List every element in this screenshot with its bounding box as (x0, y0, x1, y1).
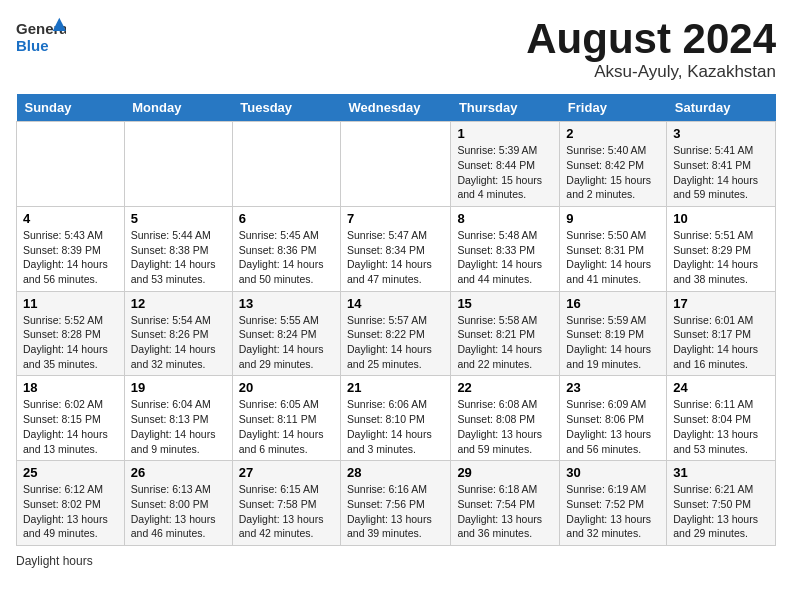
day-number: 16 (566, 296, 660, 311)
calendar-cell: 13Sunrise: 5:55 AM Sunset: 8:24 PM Dayli… (232, 291, 340, 376)
day-number: 26 (131, 465, 226, 480)
calendar-cell: 10Sunrise: 5:51 AM Sunset: 8:29 PM Dayli… (667, 206, 776, 291)
day-info: Sunrise: 6:11 AM Sunset: 8:04 PM Dayligh… (673, 397, 769, 456)
calendar-cell (341, 122, 451, 207)
day-info: Sunrise: 5:47 AM Sunset: 8:34 PM Dayligh… (347, 228, 444, 287)
day-info: Sunrise: 5:51 AM Sunset: 8:29 PM Dayligh… (673, 228, 769, 287)
day-number: 28 (347, 465, 444, 480)
day-number: 4 (23, 211, 118, 226)
calendar-cell: 7Sunrise: 5:47 AM Sunset: 8:34 PM Daylig… (341, 206, 451, 291)
calendar-week-row: 18Sunrise: 6:02 AM Sunset: 8:15 PM Dayli… (17, 376, 776, 461)
calendar-cell: 9Sunrise: 5:50 AM Sunset: 8:31 PM Daylig… (560, 206, 667, 291)
day-info: Sunrise: 5:39 AM Sunset: 8:44 PM Dayligh… (457, 143, 553, 202)
day-number: 14 (347, 296, 444, 311)
calendar-header-row: SundayMondayTuesdayWednesdayThursdayFrid… (17, 94, 776, 122)
day-of-week-header: Sunday (17, 94, 125, 122)
day-number: 7 (347, 211, 444, 226)
day-info: Sunrise: 5:58 AM Sunset: 8:21 PM Dayligh… (457, 313, 553, 372)
day-number: 1 (457, 126, 553, 141)
day-info: Sunrise: 6:18 AM Sunset: 7:54 PM Dayligh… (457, 482, 553, 541)
day-number: 9 (566, 211, 660, 226)
day-info: Sunrise: 5:57 AM Sunset: 8:22 PM Dayligh… (347, 313, 444, 372)
calendar-cell: 16Sunrise: 5:59 AM Sunset: 8:19 PM Dayli… (560, 291, 667, 376)
day-number: 30 (566, 465, 660, 480)
day-number: 23 (566, 380, 660, 395)
page-header: General Blue August 2024 Aksu-Ayuly, Kaz… (16, 16, 776, 82)
day-number: 20 (239, 380, 334, 395)
day-info: Sunrise: 5:50 AM Sunset: 8:31 PM Dayligh… (566, 228, 660, 287)
day-info: Sunrise: 5:40 AM Sunset: 8:42 PM Dayligh… (566, 143, 660, 202)
logo: General Blue (16, 16, 66, 56)
day-info: Sunrise: 5:48 AM Sunset: 8:33 PM Dayligh… (457, 228, 553, 287)
day-info: Sunrise: 6:08 AM Sunset: 8:08 PM Dayligh… (457, 397, 553, 456)
calendar-cell: 31Sunrise: 6:21 AM Sunset: 7:50 PM Dayli… (667, 461, 776, 546)
calendar-cell: 19Sunrise: 6:04 AM Sunset: 8:13 PM Dayli… (124, 376, 232, 461)
calendar-cell: 12Sunrise: 5:54 AM Sunset: 8:26 PM Dayli… (124, 291, 232, 376)
day-info: Sunrise: 5:52 AM Sunset: 8:28 PM Dayligh… (23, 313, 118, 372)
day-info: Sunrise: 6:06 AM Sunset: 8:10 PM Dayligh… (347, 397, 444, 456)
day-info: Sunrise: 6:05 AM Sunset: 8:11 PM Dayligh… (239, 397, 334, 456)
calendar-cell: 3Sunrise: 5:41 AM Sunset: 8:41 PM Daylig… (667, 122, 776, 207)
calendar-cell: 26Sunrise: 6:13 AM Sunset: 8:00 PM Dayli… (124, 461, 232, 546)
calendar-cell: 23Sunrise: 6:09 AM Sunset: 8:06 PM Dayli… (560, 376, 667, 461)
day-info: Sunrise: 6:13 AM Sunset: 8:00 PM Dayligh… (131, 482, 226, 541)
calendar-cell: 20Sunrise: 6:05 AM Sunset: 8:11 PM Dayli… (232, 376, 340, 461)
day-number: 18 (23, 380, 118, 395)
day-info: Sunrise: 6:09 AM Sunset: 8:06 PM Dayligh… (566, 397, 660, 456)
calendar-table: SundayMondayTuesdayWednesdayThursdayFrid… (16, 94, 776, 546)
day-info: Sunrise: 5:41 AM Sunset: 8:41 PM Dayligh… (673, 143, 769, 202)
calendar-cell: 21Sunrise: 6:06 AM Sunset: 8:10 PM Dayli… (341, 376, 451, 461)
day-info: Sunrise: 6:12 AM Sunset: 8:02 PM Dayligh… (23, 482, 118, 541)
calendar-cell: 4Sunrise: 5:43 AM Sunset: 8:39 PM Daylig… (17, 206, 125, 291)
day-number: 8 (457, 211, 553, 226)
calendar-cell (232, 122, 340, 207)
day-info: Sunrise: 6:04 AM Sunset: 8:13 PM Dayligh… (131, 397, 226, 456)
calendar-cell: 14Sunrise: 5:57 AM Sunset: 8:22 PM Dayli… (341, 291, 451, 376)
calendar-cell: 25Sunrise: 6:12 AM Sunset: 8:02 PM Dayli… (17, 461, 125, 546)
calendar-cell: 22Sunrise: 6:08 AM Sunset: 8:08 PM Dayli… (451, 376, 560, 461)
calendar-cell: 2Sunrise: 5:40 AM Sunset: 8:42 PM Daylig… (560, 122, 667, 207)
day-info: Sunrise: 5:45 AM Sunset: 8:36 PM Dayligh… (239, 228, 334, 287)
day-number: 25 (23, 465, 118, 480)
logo-icon: General Blue (16, 16, 66, 56)
day-info: Sunrise: 6:15 AM Sunset: 7:58 PM Dayligh… (239, 482, 334, 541)
calendar-cell: 5Sunrise: 5:44 AM Sunset: 8:38 PM Daylig… (124, 206, 232, 291)
day-number: 11 (23, 296, 118, 311)
day-number: 27 (239, 465, 334, 480)
calendar-cell: 29Sunrise: 6:18 AM Sunset: 7:54 PM Dayli… (451, 461, 560, 546)
day-number: 6 (239, 211, 334, 226)
month-title: August 2024 (526, 16, 776, 62)
day-info: Sunrise: 6:21 AM Sunset: 7:50 PM Dayligh… (673, 482, 769, 541)
day-info: Sunrise: 5:44 AM Sunset: 8:38 PM Dayligh… (131, 228, 226, 287)
day-info: Sunrise: 5:54 AM Sunset: 8:26 PM Dayligh… (131, 313, 226, 372)
calendar-cell (124, 122, 232, 207)
calendar-week-row: 11Sunrise: 5:52 AM Sunset: 8:28 PM Dayli… (17, 291, 776, 376)
calendar-cell: 27Sunrise: 6:15 AM Sunset: 7:58 PM Dayli… (232, 461, 340, 546)
calendar-cell: 11Sunrise: 5:52 AM Sunset: 8:28 PM Dayli… (17, 291, 125, 376)
day-number: 31 (673, 465, 769, 480)
calendar-week-row: 4Sunrise: 5:43 AM Sunset: 8:39 PM Daylig… (17, 206, 776, 291)
calendar-cell: 15Sunrise: 5:58 AM Sunset: 8:21 PM Dayli… (451, 291, 560, 376)
calendar-cell: 6Sunrise: 5:45 AM Sunset: 8:36 PM Daylig… (232, 206, 340, 291)
day-of-week-header: Friday (560, 94, 667, 122)
day-number: 10 (673, 211, 769, 226)
day-number: 15 (457, 296, 553, 311)
day-number: 24 (673, 380, 769, 395)
day-info: Sunrise: 5:59 AM Sunset: 8:19 PM Dayligh… (566, 313, 660, 372)
svg-text:Blue: Blue (16, 37, 49, 54)
day-number: 21 (347, 380, 444, 395)
day-number: 13 (239, 296, 334, 311)
day-info: Sunrise: 6:19 AM Sunset: 7:52 PM Dayligh… (566, 482, 660, 541)
day-info: Sunrise: 5:43 AM Sunset: 8:39 PM Dayligh… (23, 228, 118, 287)
title-area: August 2024 Aksu-Ayuly, Kazakhstan (526, 16, 776, 82)
day-info: Sunrise: 6:16 AM Sunset: 7:56 PM Dayligh… (347, 482, 444, 541)
calendar-cell (17, 122, 125, 207)
daylight-label: Daylight hours (16, 554, 93, 568)
calendar-week-row: 1Sunrise: 5:39 AM Sunset: 8:44 PM Daylig… (17, 122, 776, 207)
day-of-week-header: Thursday (451, 94, 560, 122)
day-number: 19 (131, 380, 226, 395)
day-number: 5 (131, 211, 226, 226)
day-number: 17 (673, 296, 769, 311)
day-number: 29 (457, 465, 553, 480)
calendar-cell: 30Sunrise: 6:19 AM Sunset: 7:52 PM Dayli… (560, 461, 667, 546)
